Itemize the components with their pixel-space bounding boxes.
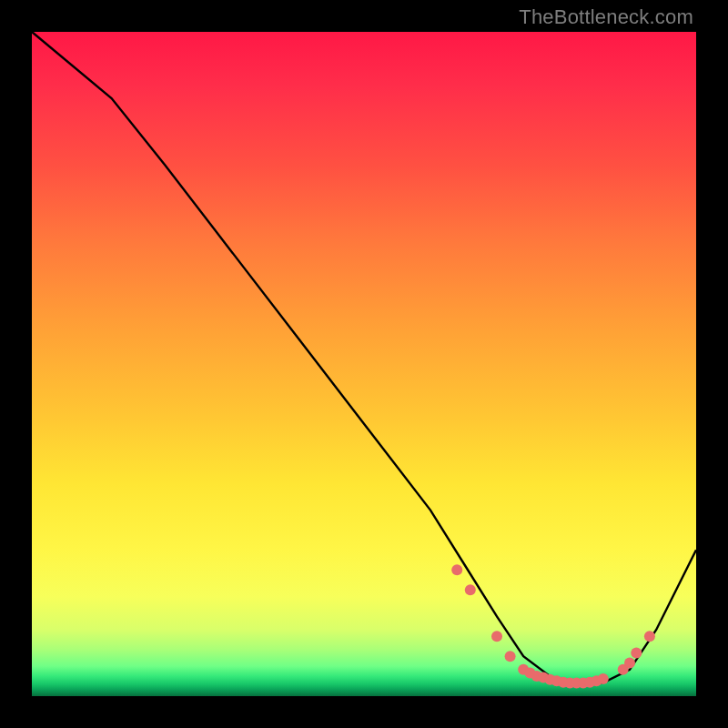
chart-frame: TheBottleneck.com	[0, 0, 728, 728]
curve-path	[32, 32, 696, 682]
marker-dot	[505, 651, 516, 662]
marker-dot	[644, 631, 655, 642]
marker-dot	[491, 631, 502, 642]
marker-dot	[631, 648, 642, 659]
marker-dot	[451, 564, 462, 575]
chart-svg	[32, 32, 696, 696]
marker-dot	[624, 658, 635, 669]
marker-layer	[451, 564, 655, 688]
marker-dot	[598, 673, 609, 684]
plot-area	[32, 32, 696, 696]
marker-dot	[465, 584, 476, 595]
attribution-text: TheBottleneck.com	[519, 5, 693, 29]
